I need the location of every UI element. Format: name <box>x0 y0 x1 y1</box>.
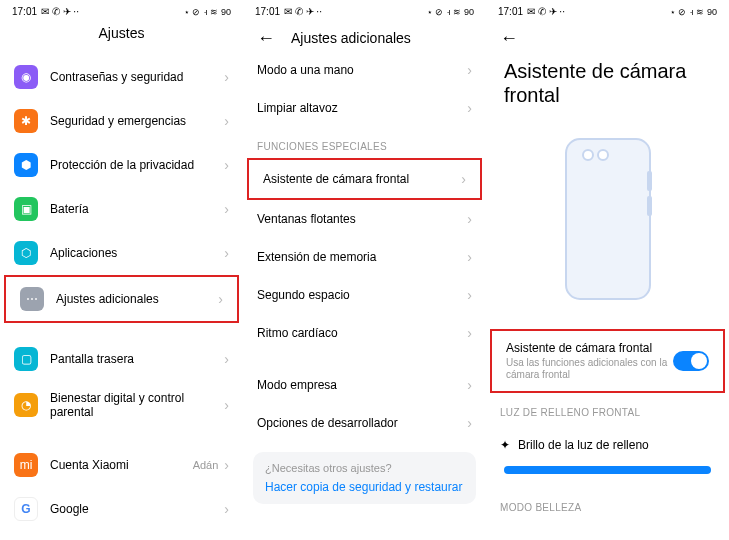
row-limpiar-altavoz[interactable]: Limpiar altavoz › <box>243 89 486 127</box>
row-cuentas-sync[interactable]: ⟳ Cuentas y sincronización › <box>0 531 243 540</box>
chevron-right-icon: › <box>224 351 229 367</box>
chevron-right-icon: › <box>224 245 229 261</box>
row-ajustes-adicionales[interactable]: ⋯ Ajustes adicionales › <box>4 275 239 323</box>
row-aplicaciones[interactable]: ⬡ Aplicaciones › <box>0 231 243 275</box>
chevron-right-icon: › <box>224 397 229 413</box>
chevron-right-icon: › <box>224 457 229 473</box>
chevron-right-icon: › <box>467 287 472 303</box>
wellbeing-icon: ◔ <box>14 393 38 417</box>
section-modo-belleza: MODO BELLEZA <box>486 488 729 519</box>
svg-rect-4 <box>647 196 652 216</box>
prompt-question: ¿Necesitas otros ajustes? <box>265 462 464 474</box>
row-asistente-camara-frontal[interactable]: Asistente de cámara frontal › <box>247 158 482 200</box>
status-bar: 17:01✉ ✆ ✈ ·· ⋆ ⊘ ⫞ ≋ 90 <box>486 0 729 21</box>
row-cuenta-xiaomi[interactable]: mi Cuenta Xiaomi Adán › <box>0 443 243 487</box>
chevron-right-icon: › <box>224 113 229 129</box>
row-google[interactable]: G Google › <box>0 487 243 531</box>
row-ventanas-flotantes[interactable]: Ventanas flotantes › <box>243 200 486 238</box>
row-seguridad-emergencias[interactable]: ✱ Seguridad y emergencias › <box>0 99 243 143</box>
chevron-right-icon: › <box>467 100 472 116</box>
more-icon: ⋯ <box>20 287 44 311</box>
apps-icon: ⬡ <box>14 241 38 265</box>
chevron-right-icon: › <box>224 501 229 517</box>
svg-point-1 <box>583 150 593 160</box>
row-opciones-desarrollador[interactable]: Opciones de desarrollador › <box>243 404 486 442</box>
chevron-right-icon: › <box>224 201 229 217</box>
chevron-right-icon: › <box>224 157 229 173</box>
chevron-right-icon: › <box>218 291 223 307</box>
row-contrasenas[interactable]: ◉ Contraseñas y seguridad › <box>0 55 243 99</box>
row-bateria[interactable]: ▣ Batería › <box>0 187 243 231</box>
battery-icon: ▣ <box>14 197 38 221</box>
emergency-icon: ✱ <box>14 109 38 133</box>
status-bar: 17:01✉ ✆ ✈ ·· ⋆ ⊘ ⫞ ≋ 90 <box>243 0 486 21</box>
back-button[interactable]: ← <box>257 29 275 47</box>
brightness-icon: ✦ <box>500 438 510 452</box>
phone-illustration <box>548 131 668 311</box>
chevron-right-icon: › <box>461 171 466 187</box>
back-button[interactable]: ← <box>500 29 518 47</box>
row-modo-empresa[interactable]: Modo empresa › <box>243 366 486 404</box>
svg-rect-3 <box>647 171 652 191</box>
chevron-right-icon: › <box>224 69 229 85</box>
chevron-right-icon: › <box>467 211 472 227</box>
row-ritmo-cardiaco[interactable]: Ritmo cardíaco › <box>243 314 486 352</box>
page-title: Asistente de cámara frontal <box>486 51 729 121</box>
chevron-right-icon: › <box>467 62 472 78</box>
brightness-slider[interactable] <box>504 466 711 474</box>
row-brillo-relleno: ✦ Brillo de la luz de relleno <box>486 424 729 460</box>
page-title: Ajustes adicionales <box>291 30 411 46</box>
prompt-box: ¿Necesitas otros ajustes? Hacer copia de… <box>253 452 476 504</box>
chevron-right-icon: › <box>467 249 472 265</box>
google-icon: G <box>14 497 38 521</box>
rear-display-icon: ▢ <box>14 347 38 371</box>
row-bienestar[interactable]: ◔ Bienestar digital y control parental › <box>0 381 243 429</box>
svg-rect-0 <box>566 139 650 299</box>
section-funciones-especiales: FUNCIONES ESPECIALES <box>243 127 486 158</box>
row-segundo-espacio[interactable]: Segundo espacio › <box>243 276 486 314</box>
row-extension-memoria[interactable]: Extensión de memoria › <box>243 238 486 276</box>
backup-restore-link[interactable]: Hacer copia de seguridad y restaurar <box>265 480 464 494</box>
section-luz-relleno: LUZ DE RELLENO FRONTAL <box>486 393 729 424</box>
page-title: Ajustes <box>99 25 145 41</box>
row-modo-una-mano[interactable]: Modo a una mano › <box>243 51 486 89</box>
chevron-right-icon: › <box>467 377 472 393</box>
status-bar: 17:01✉ ✆ ✈ ·· ⋆ ⊘ ⫞ ≋ 90 <box>0 0 243 21</box>
row-toggle-asistente[interactable]: Asistente de cámara frontal Usa las func… <box>490 329 725 393</box>
chevron-right-icon: › <box>467 325 472 341</box>
row-pantalla-trasera[interactable]: ▢ Pantalla trasera › <box>0 337 243 381</box>
toggle-switch[interactable] <box>673 351 709 371</box>
xiaomi-icon: mi <box>14 453 38 477</box>
chevron-right-icon: › <box>467 415 472 431</box>
shield-icon: ◉ <box>14 65 38 89</box>
privacy-icon: ⬢ <box>14 153 38 177</box>
row-privacidad[interactable]: ⬢ Protección de la privacidad › <box>0 143 243 187</box>
svg-point-2 <box>598 150 608 160</box>
